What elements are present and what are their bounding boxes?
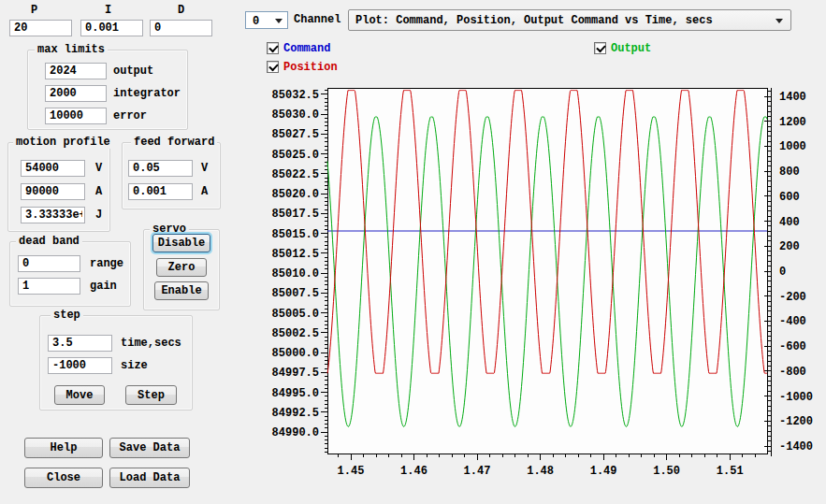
svg-text:84997.5: 84997.5: [272, 367, 319, 380]
svg-text:85012.5: 85012.5: [272, 248, 319, 261]
servo-tuning-window: P I D max limits output integrator error…: [0, 0, 826, 504]
svg-text:85032.5: 85032.5: [272, 89, 319, 102]
svg-text:200: 200: [779, 240, 800, 253]
svg-text:1.45: 1.45: [338, 465, 365, 478]
svg-text:-600: -600: [779, 340, 806, 353]
svg-text:400: 400: [779, 216, 800, 229]
svg-text:85007.5: 85007.5: [272, 287, 319, 300]
svg-text:1.51: 1.51: [717, 465, 744, 478]
svg-text:600: 600: [779, 191, 800, 204]
svg-text:85015.0: 85015.0: [272, 228, 319, 241]
svg-text:85027.5: 85027.5: [272, 128, 319, 141]
svg-text:-1000: -1000: [779, 391, 813, 404]
svg-text:-200: -200: [779, 291, 806, 304]
svg-text:-400: -400: [779, 315, 806, 328]
svg-text:85002.5: 85002.5: [272, 327, 319, 340]
svg-text:-1400: -1400: [779, 440, 813, 454]
svg-text:1.47: 1.47: [464, 465, 491, 478]
svg-text:85017.5: 85017.5: [272, 208, 319, 221]
svg-text:85005.0: 85005.0: [272, 308, 319, 321]
svg-text:84995.0: 84995.0: [272, 387, 319, 400]
svg-text:1.50: 1.50: [653, 465, 680, 478]
svg-text:85010.0: 85010.0: [272, 267, 319, 281]
svg-text:85020.0: 85020.0: [272, 188, 319, 201]
svg-text:1.48: 1.48: [527, 465, 554, 478]
svg-text:84992.5: 84992.5: [272, 407, 319, 420]
svg-text:85022.5: 85022.5: [272, 168, 319, 181]
svg-text:0: 0: [779, 266, 786, 279]
svg-text:85025.0: 85025.0: [272, 149, 319, 162]
svg-text:1400: 1400: [779, 91, 806, 104]
svg-text:84990.0: 84990.0: [272, 426, 319, 439]
svg-text:85030.0: 85030.0: [272, 108, 319, 122]
plot-canvas: 84990.084992.584995.084997.585000.085002…: [0, 0, 826, 504]
svg-text:85000.0: 85000.0: [272, 347, 319, 360]
svg-text:-800: -800: [779, 366, 806, 379]
svg-text:1.49: 1.49: [590, 465, 617, 478]
svg-text:-1200: -1200: [779, 415, 813, 428]
svg-text:800: 800: [779, 166, 800, 179]
svg-text:1.46: 1.46: [400, 465, 427, 478]
svg-text:1000: 1000: [779, 140, 806, 153]
svg-text:1200: 1200: [779, 116, 806, 129]
